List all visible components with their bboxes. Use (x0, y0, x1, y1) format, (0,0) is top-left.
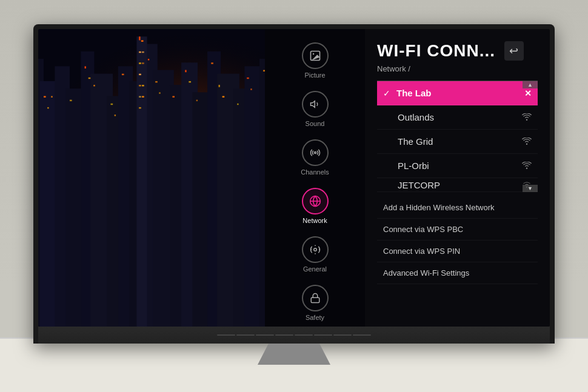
network-name-the-lab: The Lab (396, 88, 520, 98)
network-label: Network (302, 217, 327, 224)
sidebar: Picture Sound Channels (265, 29, 365, 327)
city-svg (38, 29, 265, 327)
tv-bezel-bottom (38, 327, 550, 344)
network-name-jetcorp: JETCORP (398, 180, 517, 190)
safety-label: Safety (306, 314, 324, 321)
svg-rect-74 (139, 62, 141, 64)
svg-rect-53 (196, 100, 198, 101)
svg-rect-81 (139, 107, 141, 108)
svg-point-102 (314, 152, 316, 154)
network-list: ✓ The Lab ✕ Outlands (377, 81, 538, 192)
svg-rect-47 (148, 59, 149, 60)
svg-rect-55 (218, 85, 219, 87)
svg-rect-106 (311, 297, 319, 302)
tv-stand (258, 344, 330, 365)
network-item-the-grid[interactable]: The Grid (377, 130, 538, 154)
svg-rect-77 (139, 85, 141, 86)
wifi-signal-icon-the-grid (522, 137, 532, 147)
svg-point-100 (312, 53, 314, 55)
tv-frame: Picture Sound Channels (33, 24, 555, 344)
safety-icon (302, 285, 329, 311)
svg-rect-43 (93, 85, 95, 86)
svg-rect-70 (139, 36, 140, 40)
channels-label: Channels (301, 168, 329, 176)
svg-rect-76 (139, 74, 141, 75)
sidebar-item-general[interactable]: General (265, 229, 365, 277)
network-item-outlands[interactable]: Outlands (377, 105, 538, 130)
svg-rect-80 (142, 96, 144, 97)
sidebar-item-picture[interactable]: Picture (265, 35, 365, 84)
svg-rect-49 (159, 92, 160, 93)
network-item-the-lab[interactable]: ✓ The Lab ✕ (377, 81, 538, 105)
wifi-main-content: WI-FI CONN... ↩ Network / ✓ (365, 29, 550, 327)
back-button[interactable]: ↩ (504, 41, 524, 61)
wps-pbc-item[interactable]: Connect via WPS PBC (377, 219, 538, 241)
scroll-up-arrow[interactable]: ▲ (523, 81, 538, 88)
disconnect-button[interactable]: ✕ (524, 88, 532, 98)
svg-rect-71 (141, 40, 144, 41)
svg-rect-48 (155, 81, 158, 82)
sidebar-item-network[interactable]: Network (265, 181, 365, 229)
network-name-the-grid: The Grid (398, 136, 517, 147)
wifi-signal-icon-pl-orbi (522, 161, 532, 171)
svg-rect-38 (47, 107, 48, 108)
svg-rect-27 (259, 59, 265, 327)
svg-rect-59 (250, 88, 252, 90)
menu-overlay: Picture Sound Channels (265, 29, 550, 327)
sound-icon (302, 91, 329, 118)
network-item-jetcorp[interactable]: JETCORP (377, 178, 538, 192)
svg-rect-37 (44, 96, 46, 97)
network-list-wrapper: ✓ The Lab ✕ Outlands (377, 81, 538, 192)
svg-rect-44 (110, 104, 113, 105)
picture-icon (302, 42, 329, 69)
sidebar-item-channels[interactable]: Channels (265, 132, 365, 181)
svg-rect-72 (139, 51, 141, 53)
network-icon (302, 188, 329, 214)
svg-rect-78 (142, 85, 144, 86)
channels-icon (302, 139, 329, 166)
svg-rect-39 (51, 96, 52, 97)
extra-items: Add a Hidden Wireless Network Connect vi… (377, 197, 538, 284)
svg-rect-73 (142, 51, 144, 53)
svg-rect-58 (247, 78, 249, 79)
advanced-wifi-item[interactable]: Advanced Wi-Fi Settings (377, 262, 538, 284)
breadcrumb: Network / (377, 64, 538, 73)
svg-rect-46 (122, 74, 124, 75)
add-hidden-network-item[interactable]: Add a Hidden Wireless Network (377, 197, 538, 219)
svg-rect-54 (211, 62, 213, 64)
network-name-pl-orbi: PL-Orbi (398, 161, 517, 171)
svg-marker-101 (310, 101, 315, 108)
general-icon (302, 236, 329, 263)
svg-rect-57 (237, 104, 238, 105)
svg-rect-52 (189, 81, 191, 82)
sidebar-item-safety[interactable]: Safety (265, 277, 365, 326)
wifi-title: WI-FI CONN... (377, 41, 495, 61)
svg-rect-40 (70, 100, 72, 101)
svg-rect-45 (115, 115, 116, 116)
check-icon: ✓ (383, 88, 390, 98)
sidebar-item-sound[interactable]: Sound (265, 84, 365, 132)
svg-rect-69 (136, 36, 147, 327)
city-background (38, 29, 265, 327)
sound-label: Sound (306, 120, 325, 127)
svg-rect-41 (85, 66, 86, 68)
network-item-pl-orbi[interactable]: PL-Orbi (377, 154, 538, 178)
wifi-header: WI-FI CONN... ↩ (377, 41, 538, 61)
svg-rect-50 (172, 96, 175, 97)
room-background: Picture Sound Channels (0, 0, 588, 392)
picture-label: Picture (304, 71, 325, 79)
svg-point-105 (313, 248, 316, 251)
svg-rect-51 (185, 70, 186, 73)
wifi-signal-icon-outlands (522, 113, 532, 122)
svg-rect-56 (222, 96, 225, 97)
scroll-down-arrow[interactable]: ▼ (523, 185, 538, 192)
network-name-outlands: Outlands (398, 112, 517, 122)
svg-rect-75 (142, 62, 144, 64)
svg-rect-42 (89, 78, 91, 79)
tv-screen: Picture Sound Channels (38, 29, 550, 327)
general-label: General (303, 265, 327, 273)
svg-rect-79 (139, 96, 141, 97)
wps-pin-item[interactable]: Connect via WPS PIN (377, 241, 538, 262)
